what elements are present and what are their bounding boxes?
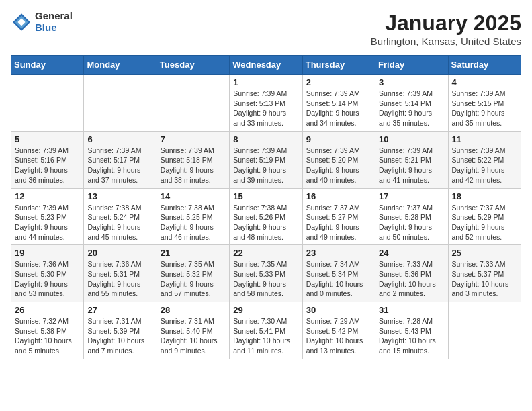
calendar-cell: 2Sunrise: 7:39 AMSunset: 5:14 PMDaylight… bbox=[302, 75, 375, 132]
cell-content: Sunrise: 7:28 AMSunset: 5:43 PMDaylight:… bbox=[379, 316, 444, 356]
cell-content: Sunrise: 7:39 AMSunset: 5:22 PMDaylight:… bbox=[452, 146, 517, 185]
weekday-header: Sunday bbox=[11, 56, 84, 75]
cell-content: Sunrise: 7:39 AMSunset: 5:18 PMDaylight:… bbox=[161, 146, 226, 185]
day-number: 26 bbox=[15, 305, 80, 315]
day-number: 27 bbox=[87, 305, 152, 315]
calendar-week-row: 1Sunrise: 7:39 AMSunset: 5:13 PMDaylight… bbox=[11, 75, 521, 132]
calendar-header-row: SundayMondayTuesdayWednesdayThursdayFrid… bbox=[11, 56, 521, 75]
calendar-cell: 10Sunrise: 7:39 AMSunset: 5:21 PMDayligh… bbox=[375, 131, 448, 188]
weekday-header: Tuesday bbox=[157, 56, 229, 75]
calendar-cell: 17Sunrise: 7:37 AMSunset: 5:28 PMDayligh… bbox=[375, 188, 448, 245]
day-number: 3 bbox=[379, 77, 444, 87]
cell-content: Sunrise: 7:38 AMSunset: 5:24 PMDaylight:… bbox=[87, 203, 152, 242]
day-number: 21 bbox=[161, 248, 226, 258]
calendar-cell: 13Sunrise: 7:38 AMSunset: 5:24 PMDayligh… bbox=[84, 188, 157, 245]
day-number: 1 bbox=[233, 77, 298, 87]
cell-content: Sunrise: 7:39 AMSunset: 5:17 PMDaylight:… bbox=[87, 146, 152, 185]
weekday-header: Monday bbox=[84, 56, 157, 75]
calendar-cell: 3Sunrise: 7:39 AMSunset: 5:14 PMDaylight… bbox=[375, 75, 448, 132]
month-title: January 2025 bbox=[371, 11, 521, 36]
calendar-cell: 31Sunrise: 7:28 AMSunset: 5:43 PMDayligh… bbox=[375, 302, 448, 359]
cell-content: Sunrise: 7:37 AMSunset: 5:27 PMDaylight:… bbox=[306, 203, 371, 242]
cell-content: Sunrise: 7:31 AMSunset: 5:40 PMDaylight:… bbox=[161, 316, 226, 356]
calendar-cell: 7Sunrise: 7:39 AMSunset: 5:18 PMDaylight… bbox=[157, 131, 229, 188]
cell-content: Sunrise: 7:39 AMSunset: 5:15 PMDaylight:… bbox=[452, 89, 517, 128]
day-number: 10 bbox=[379, 134, 444, 144]
day-number: 29 bbox=[233, 305, 298, 315]
calendar-cell: 14Sunrise: 7:38 AMSunset: 5:25 PMDayligh… bbox=[157, 188, 229, 245]
day-number: 22 bbox=[233, 248, 298, 258]
calendar-cell: 24Sunrise: 7:33 AMSunset: 5:36 PMDayligh… bbox=[375, 245, 448, 302]
calendar-week-row: 12Sunrise: 7:39 AMSunset: 5:23 PMDayligh… bbox=[11, 188, 521, 245]
cell-content: Sunrise: 7:39 AMSunset: 5:21 PMDaylight:… bbox=[379, 146, 444, 185]
day-number: 9 bbox=[306, 134, 371, 144]
logo-text: General Blue bbox=[35, 11, 73, 33]
day-number: 16 bbox=[306, 191, 371, 201]
calendar-cell: 26Sunrise: 7:32 AMSunset: 5:38 PMDayligh… bbox=[11, 302, 84, 359]
cell-content: Sunrise: 7:37 AMSunset: 5:29 PMDaylight:… bbox=[452, 203, 517, 242]
cell-content: Sunrise: 7:39 AMSunset: 5:14 PMDaylight:… bbox=[306, 89, 371, 128]
calendar-cell: 12Sunrise: 7:39 AMSunset: 5:23 PMDayligh… bbox=[11, 188, 84, 245]
logo-blue-text: Blue bbox=[35, 22, 73, 34]
calendar-table: SundayMondayTuesdayWednesdayThursdayFrid… bbox=[11, 55, 521, 359]
day-number: 18 bbox=[452, 191, 517, 201]
weekday-header: Friday bbox=[375, 56, 448, 75]
calendar-cell bbox=[157, 75, 229, 132]
cell-content: Sunrise: 7:38 AMSunset: 5:26 PMDaylight:… bbox=[233, 203, 298, 242]
calendar-cell: 27Sunrise: 7:31 AMSunset: 5:39 PMDayligh… bbox=[84, 302, 157, 359]
cell-content: Sunrise: 7:37 AMSunset: 5:28 PMDaylight:… bbox=[379, 203, 444, 242]
calendar-cell bbox=[84, 75, 157, 132]
cell-content: Sunrise: 7:39 AMSunset: 5:23 PMDaylight:… bbox=[15, 203, 80, 242]
calendar-week-row: 19Sunrise: 7:36 AMSunset: 5:30 PMDayligh… bbox=[11, 245, 521, 302]
cell-content: Sunrise: 7:39 AMSunset: 5:20 PMDaylight:… bbox=[306, 146, 371, 185]
cell-content: Sunrise: 7:33 AMSunset: 5:37 PMDaylight:… bbox=[452, 259, 517, 299]
calendar-cell: 16Sunrise: 7:37 AMSunset: 5:27 PMDayligh… bbox=[302, 188, 375, 245]
calendar-cell: 20Sunrise: 7:36 AMSunset: 5:31 PMDayligh… bbox=[84, 245, 157, 302]
day-number: 23 bbox=[306, 248, 371, 258]
day-number: 2 bbox=[306, 77, 371, 87]
day-number: 20 bbox=[87, 248, 152, 258]
cell-content: Sunrise: 7:29 AMSunset: 5:42 PMDaylight:… bbox=[306, 316, 371, 356]
day-number: 7 bbox=[161, 134, 226, 144]
cell-content: Sunrise: 7:39 AMSunset: 5:19 PMDaylight:… bbox=[233, 146, 298, 185]
calendar-cell: 25Sunrise: 7:33 AMSunset: 5:37 PMDayligh… bbox=[448, 245, 521, 302]
cell-content: Sunrise: 7:38 AMSunset: 5:25 PMDaylight:… bbox=[161, 203, 226, 242]
day-number: 13 bbox=[87, 191, 152, 201]
day-number: 11 bbox=[452, 134, 517, 144]
calendar-cell: 22Sunrise: 7:35 AMSunset: 5:33 PMDayligh… bbox=[230, 245, 302, 302]
calendar-cell: 1Sunrise: 7:39 AMSunset: 5:13 PMDaylight… bbox=[230, 75, 302, 132]
calendar-cell: 23Sunrise: 7:34 AMSunset: 5:34 PMDayligh… bbox=[302, 245, 375, 302]
calendar-week-row: 26Sunrise: 7:32 AMSunset: 5:38 PMDayligh… bbox=[11, 302, 521, 359]
logo-general-text: General bbox=[35, 11, 73, 22]
day-number: 5 bbox=[15, 134, 80, 144]
calendar-cell bbox=[11, 75, 84, 132]
cell-content: Sunrise: 7:36 AMSunset: 5:31 PMDaylight:… bbox=[87, 259, 152, 299]
calendar-cell: 30Sunrise: 7:29 AMSunset: 5:42 PMDayligh… bbox=[302, 302, 375, 359]
calendar-cell: 11Sunrise: 7:39 AMSunset: 5:22 PMDayligh… bbox=[448, 131, 521, 188]
day-number: 15 bbox=[233, 191, 298, 201]
day-number: 17 bbox=[379, 191, 444, 201]
weekday-header: Thursday bbox=[302, 56, 375, 75]
day-number: 4 bbox=[452, 77, 517, 87]
day-number: 28 bbox=[161, 305, 226, 315]
location-text: Burlington, Kansas, United States bbox=[371, 36, 521, 47]
logo: General Blue bbox=[11, 11, 73, 33]
day-number: 31 bbox=[379, 305, 444, 315]
cell-content: Sunrise: 7:33 AMSunset: 5:36 PMDaylight:… bbox=[379, 259, 444, 299]
day-number: 19 bbox=[15, 248, 80, 258]
page-header: General Blue January 2025 Burlington, Ka… bbox=[11, 11, 521, 47]
calendar-cell: 29Sunrise: 7:30 AMSunset: 5:41 PMDayligh… bbox=[230, 302, 302, 359]
cell-content: Sunrise: 7:30 AMSunset: 5:41 PMDaylight:… bbox=[233, 316, 298, 356]
calendar-cell: 19Sunrise: 7:36 AMSunset: 5:30 PMDayligh… bbox=[11, 245, 84, 302]
day-number: 8 bbox=[233, 134, 298, 144]
cell-content: Sunrise: 7:39 AMSunset: 5:13 PMDaylight:… bbox=[233, 89, 298, 128]
weekday-header: Saturday bbox=[448, 56, 521, 75]
calendar-cell: 15Sunrise: 7:38 AMSunset: 5:26 PMDayligh… bbox=[230, 188, 302, 245]
calendar-cell: 5Sunrise: 7:39 AMSunset: 5:16 PMDaylight… bbox=[11, 131, 84, 188]
cell-content: Sunrise: 7:35 AMSunset: 5:32 PMDaylight:… bbox=[161, 259, 226, 299]
cell-content: Sunrise: 7:34 AMSunset: 5:34 PMDaylight:… bbox=[306, 259, 371, 299]
calendar-cell: 4Sunrise: 7:39 AMSunset: 5:15 PMDaylight… bbox=[448, 75, 521, 132]
cell-content: Sunrise: 7:32 AMSunset: 5:38 PMDaylight:… bbox=[15, 316, 80, 356]
logo-icon bbox=[11, 11, 32, 33]
cell-content: Sunrise: 7:31 AMSunset: 5:39 PMDaylight:… bbox=[87, 316, 152, 356]
